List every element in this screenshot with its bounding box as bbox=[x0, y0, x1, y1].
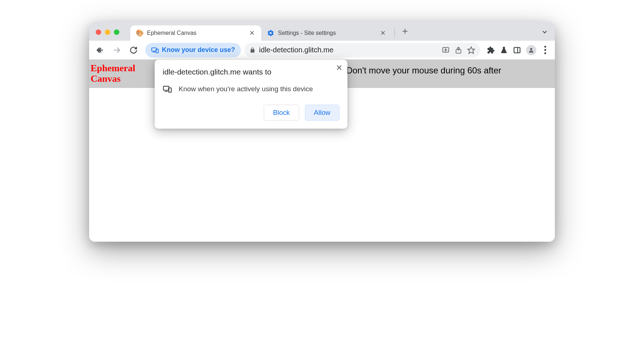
tab-ephemeral-canvas[interactable]: 🎨 Ephemeral Canvas ✕ bbox=[130, 25, 261, 41]
toolbar: Know your device use? idle-detection.gli… bbox=[89, 41, 555, 60]
new-tab-button[interactable]: + bbox=[397, 25, 413, 41]
maximize-window-button[interactable] bbox=[114, 29, 119, 35]
block-button[interactable]: Block bbox=[264, 105, 299, 121]
browser-window: 🎨 Ephemeral Canvas ✕ Settings - Site set… bbox=[89, 22, 555, 242]
permission-chip-label: Know your device use? bbox=[162, 46, 235, 54]
page-instruction-text: [Don't move your mouse during 60s after bbox=[344, 65, 501, 76]
side-panel-icon[interactable] bbox=[513, 46, 521, 54]
permission-chip[interactable]: Know your device use? bbox=[145, 43, 241, 57]
share-icon[interactable] bbox=[455, 47, 462, 54]
forward-button[interactable] bbox=[110, 43, 124, 57]
tab-title: Settings - Site settings bbox=[278, 30, 375, 36]
address-bar-container: Know your device use? idle-detection.gli… bbox=[145, 43, 480, 57]
gear-icon bbox=[267, 29, 274, 37]
close-window-button[interactable] bbox=[96, 29, 101, 35]
address-bar[interactable]: idle-detection.glitch.me bbox=[245, 43, 480, 57]
window-controls bbox=[96, 29, 119, 41]
devices-icon bbox=[163, 84, 172, 94]
reload-button[interactable] bbox=[126, 43, 141, 57]
svg-rect-14 bbox=[163, 86, 169, 90]
install-icon[interactable] bbox=[442, 46, 450, 54]
svg-rect-11 bbox=[514, 47, 520, 53]
svg-point-13 bbox=[530, 48, 532, 50]
svg-marker-10 bbox=[468, 47, 474, 53]
tab-separator bbox=[394, 28, 395, 38]
tab-title: Ephemeral Canvas bbox=[147, 30, 245, 36]
prompt-title: idle-detection.glitch.me wants to bbox=[163, 68, 339, 76]
extensions-icon[interactable] bbox=[487, 46, 495, 54]
permission-prompt: ✕ idle-detection.glitch.me wants to Know… bbox=[155, 60, 347, 129]
back-button[interactable] bbox=[93, 43, 107, 57]
bookmark-star-icon[interactable] bbox=[467, 46, 475, 54]
close-tab-icon[interactable]: ✕ bbox=[379, 29, 386, 37]
tab-strip: 🎨 Ephemeral Canvas ✕ Settings - Site set… bbox=[89, 22, 555, 41]
permission-item: Know when you're actively using this dev… bbox=[163, 84, 339, 94]
page-title: Ephemeral Canvas bbox=[91, 63, 142, 84]
url-text: idle-detection.glitch.me bbox=[259, 46, 438, 54]
close-tab-icon[interactable]: ✕ bbox=[248, 29, 255, 37]
devices-icon bbox=[151, 46, 159, 54]
tab-settings[interactable]: Settings - Site settings ✕ bbox=[261, 25, 392, 41]
allow-button[interactable]: Allow bbox=[305, 105, 339, 121]
toolbar-extensions bbox=[485, 45, 551, 55]
omnibox-actions bbox=[442, 46, 475, 54]
svg-rect-3 bbox=[152, 48, 156, 51]
page-content: Ephemeral Canvas [Don't move your mouse … bbox=[89, 60, 555, 242]
tabs-menu-chevron-icon[interactable] bbox=[541, 28, 548, 36]
profile-avatar[interactable] bbox=[526, 45, 536, 55]
prompt-buttons: Block Allow bbox=[163, 105, 339, 121]
permission-label: Know when you're actively using this dev… bbox=[179, 85, 313, 93]
lock-icon[interactable] bbox=[250, 47, 255, 53]
chrome-menu-icon[interactable] bbox=[541, 46, 549, 54]
favicon-icon: 🎨 bbox=[136, 29, 143, 37]
labs-icon[interactable] bbox=[500, 46, 508, 54]
close-icon[interactable]: ✕ bbox=[336, 63, 342, 73]
minimize-window-button[interactable] bbox=[105, 29, 110, 35]
